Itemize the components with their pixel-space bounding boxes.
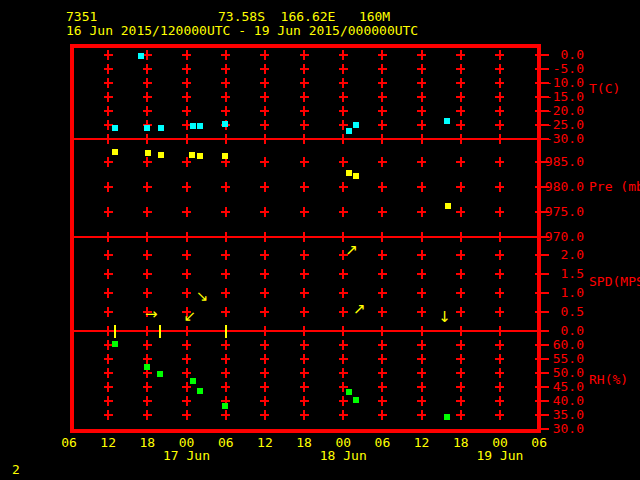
panel-label: SPD(MPS) — [589, 275, 640, 289]
grid-plus — [264, 250, 266, 260]
panel-label: Pre (mb) — [589, 180, 640, 194]
grid-plus — [538, 382, 540, 392]
grid-plus — [381, 288, 383, 298]
grid-plus — [146, 182, 148, 192]
grid-plus — [381, 250, 383, 260]
panel-label: RH(%) — [589, 373, 628, 387]
axis-tick-label: 985.0 — [544, 155, 584, 169]
grid-plus — [107, 92, 109, 102]
grid-stub — [186, 232, 188, 242]
grid-plus — [460, 120, 462, 130]
grid-plus — [538, 106, 540, 116]
grid-plus — [303, 157, 305, 167]
grid-plus — [107, 207, 109, 217]
humidity-point — [190, 378, 196, 384]
grid-plus — [146, 207, 148, 217]
grid-plus — [538, 182, 540, 192]
grid-plus — [264, 340, 266, 350]
grid-plus — [186, 182, 188, 192]
grid-plus — [421, 50, 423, 60]
grid-stub — [499, 326, 501, 336]
grid-plus — [303, 354, 305, 364]
grid-plus — [421, 120, 423, 130]
grid-plus — [499, 368, 501, 378]
grid-plus — [264, 92, 266, 102]
grid-plus — [381, 340, 383, 350]
grid-plus — [225, 250, 227, 260]
grid-plus — [146, 396, 148, 406]
grid-plus — [303, 207, 305, 217]
grid-plus — [225, 182, 227, 192]
grid-plus — [303, 92, 305, 102]
wind-arrow: ↗ — [344, 241, 360, 259]
axis-tick-label: 55.0 — [544, 352, 584, 366]
grid-plus — [264, 288, 266, 298]
x-date-label: 19 Jun — [476, 449, 524, 463]
grid-plus — [303, 120, 305, 130]
grid-stub — [107, 134, 109, 144]
grid-plus — [381, 354, 383, 364]
grid-plus — [342, 288, 344, 298]
grid-plus — [303, 410, 305, 420]
humidity-point — [346, 389, 352, 395]
pressure-point — [346, 170, 352, 176]
temperature-point — [138, 53, 144, 59]
grid-plus — [146, 106, 148, 116]
grid-plus — [421, 368, 423, 378]
grid-plus — [264, 64, 266, 74]
grid-plus — [538, 307, 540, 317]
grid-plus — [303, 182, 305, 192]
grid-plus — [303, 382, 305, 392]
grid-plus — [538, 410, 540, 420]
x-hour-label: 06 — [531, 436, 547, 450]
wind-arrow: ↙ — [182, 307, 198, 325]
grid-stub — [303, 134, 305, 144]
humidity-point — [353, 397, 359, 403]
axis-tick-label: -25.0 — [544, 118, 584, 132]
humidity-point — [444, 414, 450, 420]
grid-stub — [146, 326, 148, 336]
grid-stub — [146, 134, 148, 144]
axis-tick-label: -15.0 — [544, 90, 584, 104]
axis-tick-label: 35.0 — [544, 408, 584, 422]
x-hour-label: 06 — [61, 436, 77, 450]
grid-plus — [107, 269, 109, 279]
axis-tick-label: 1.0 — [544, 286, 584, 300]
grid-plus — [460, 269, 462, 279]
grid-plus — [460, 288, 462, 298]
grid-plus — [342, 120, 344, 130]
grid-stub — [264, 232, 266, 242]
grid-stub — [381, 134, 383, 144]
grid-stub — [225, 134, 227, 144]
grid-stub — [460, 232, 462, 242]
temperature-point — [190, 123, 196, 129]
grid-stub — [107, 326, 109, 336]
grid-plus — [225, 92, 227, 102]
grid-plus — [264, 207, 266, 217]
grid-plus — [460, 106, 462, 116]
axis-tick-label: 1.5 — [544, 267, 584, 281]
grid-plus — [538, 64, 540, 74]
grid-plus — [381, 64, 383, 74]
humidity-point — [197, 388, 203, 394]
grid-plus — [538, 120, 540, 130]
grid-plus — [381, 410, 383, 420]
x-date-label: 18 Jun — [319, 449, 367, 463]
grid-plus — [264, 157, 266, 167]
pressure-point — [112, 149, 118, 155]
wind-calm-mark — [114, 325, 116, 338]
wind-calm-mark — [159, 325, 161, 338]
x-hour-label: 06 — [374, 436, 390, 450]
grid-plus — [303, 269, 305, 279]
grid-plus — [225, 50, 227, 60]
grid-plus — [146, 92, 148, 102]
temperature-point — [144, 125, 150, 131]
pressure-point — [145, 150, 151, 156]
grid-plus — [186, 288, 188, 298]
grid-plus — [186, 50, 188, 60]
grid-plus — [460, 157, 462, 167]
grid-plus — [186, 382, 188, 392]
grid-plus — [342, 396, 344, 406]
grid-plus — [499, 92, 501, 102]
grid-plus — [264, 410, 266, 420]
